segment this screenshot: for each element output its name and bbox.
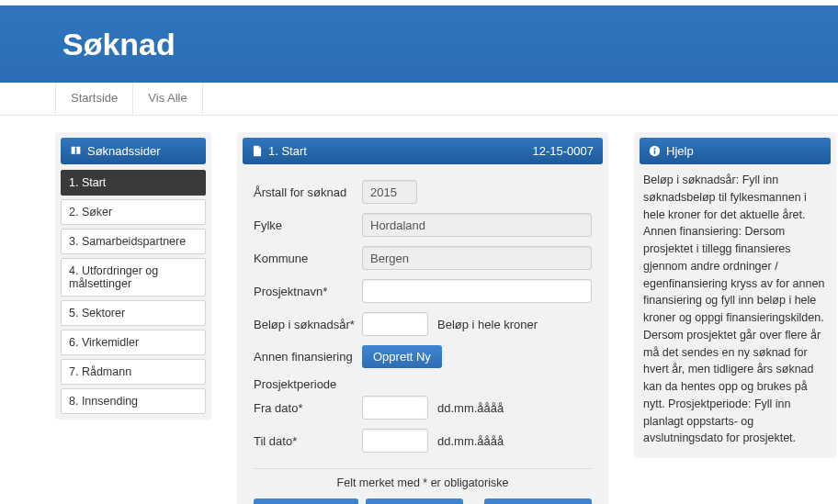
hint-amount: Beløp i hele kroner: [437, 318, 538, 331]
label-other-financing: Annen finansiering: [254, 350, 362, 364]
nav-item-innsending[interactable]: 8. Innsending: [61, 388, 206, 414]
sidebar-heading-label: Søknadssider: [87, 144, 160, 158]
nav-item-sektorer[interactable]: 5. Sektorer: [61, 300, 206, 326]
form-panel: 1. Start 12-15-0007 Årstall for søknad F…: [237, 132, 608, 504]
help-heading-label: Hjelp: [666, 144, 694, 158]
sidebar-heading: Søknadssider: [61, 138, 206, 164]
svg-rect-1: [654, 151, 656, 154]
input-from-date[interactable]: [362, 396, 428, 420]
nav-item-samarbeidspartnere[interactable]: 3. Samarbeidspartnere: [61, 229, 206, 254]
nav-item-virkemidler[interactable]: 6. Virkemidler: [61, 330, 206, 355]
input-project-name[interactable]: [362, 279, 592, 303]
label-year: Årstall for søknad: [254, 185, 362, 199]
label-amount: Beløp i søknadsår*: [254, 318, 362, 331]
save-exit-button[interactable]: Lagre og Avslutt: [484, 498, 592, 504]
tab-startside[interactable]: Startside: [55, 83, 133, 115]
create-new-button[interactable]: Opprett Ny: [362, 345, 442, 368]
help-panel: Hjelp Beløp i søknadsår: Fyll inn søknad…: [634, 132, 836, 458]
case-number: 12-15-0007: [533, 144, 595, 158]
input-amount[interactable]: [362, 312, 428, 336]
help-column: Hjelp Beløp i søknadsår: Fyll inn søknad…: [634, 132, 836, 504]
help-heading: Hjelp: [640, 138, 831, 164]
sidebar-panel: Søknadssider 1. Start 2. Søker 3. Samarb…: [55, 132, 211, 420]
required-note: Felt merket med * er obligatoriske: [254, 476, 592, 489]
nav-item-soker[interactable]: 2. Søker: [61, 199, 206, 225]
tab-vis-alle[interactable]: Vis Alle: [133, 83, 202, 115]
main-container: Søknadssider 1. Start 2. Søker 3. Samarb…: [0, 116, 838, 504]
input-county: [362, 213, 592, 237]
label-municipality: Kommune: [254, 252, 362, 265]
svg-rect-2: [654, 148, 656, 150]
nav-item-start[interactable]: 1. Start: [61, 170, 206, 196]
form-column: 1. Start 12-15-0007 Årstall for søknad F…: [237, 132, 608, 504]
next-page-button[interactable]: Neste Side >>: [366, 498, 463, 504]
hint-from-date: dd.mm.åååå: [437, 401, 504, 415]
nav-item-utfordringer[interactable]: 4. Utfordringer og målsettinger: [61, 258, 206, 297]
prev-page-button[interactable]: << Forrige Side: [254, 498, 358, 504]
divider: [254, 468, 592, 469]
tab-bar: Startside Vis Alle: [0, 83, 838, 116]
button-row: << Forrige Side Neste Side >> Lagre og A…: [254, 498, 592, 504]
file-icon: [252, 145, 263, 157]
form-panel-heading: 1. Start 12-15-0007: [243, 138, 603, 164]
hint-to-date: dd.mm.åååå: [437, 434, 504, 448]
page-header: Søknad: [0, 6, 838, 83]
form-panel-title: 1. Start: [268, 144, 307, 158]
input-municipality: [362, 246, 592, 270]
sidebar-nav: 1. Start 2. Søker 3. Samarbeidspartnere …: [61, 170, 206, 414]
input-to-date[interactable]: [362, 429, 428, 453]
label-county: Fylke: [254, 218, 362, 232]
sidebar: Søknadssider 1. Start 2. Søker 3. Samarb…: [55, 132, 211, 504]
label-from-date: Fra dato*: [254, 401, 362, 415]
label-to-date: Til dato*: [254, 434, 362, 448]
book-icon: [70, 145, 82, 157]
info-icon: [649, 145, 661, 157]
page-title: Søknad: [62, 27, 176, 62]
help-text: Beløp i søknadsår: Fyll inn søknadsbeløp…: [640, 164, 831, 453]
label-project-period: Prosjektperiode: [254, 377, 362, 391]
label-project-name: Prosjektnavn*: [254, 285, 362, 298]
nav-item-radmann[interactable]: 7. Rådmann: [61, 359, 206, 385]
input-year: [362, 180, 417, 204]
